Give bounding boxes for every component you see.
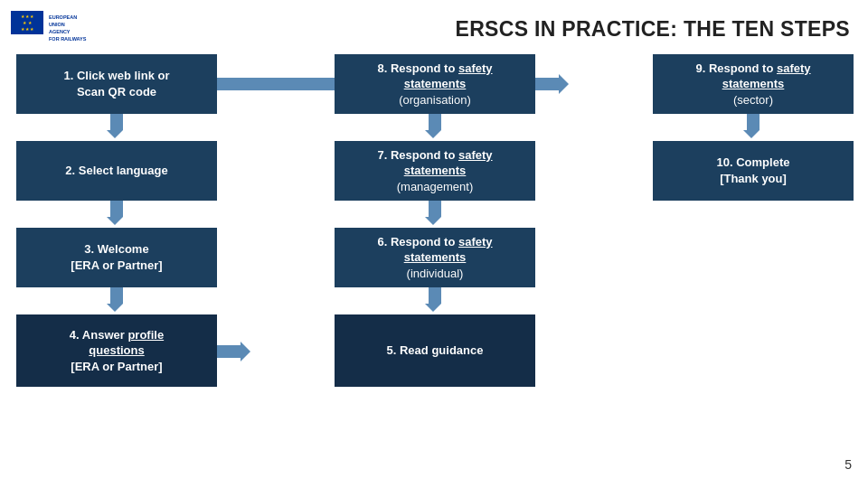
vc2-3: [429, 287, 441, 304]
eu-logo: ★ ★ ★ ★ ★ ★ ★ ★ EUROPEAN UNION AGENCY FO…: [11, 7, 106, 51]
step-2-box: 2. Select language: [16, 141, 217, 201]
step-3-box: 3. Welcome[ERA or Partner]: [16, 228, 217, 287]
vc1-1: [110, 114, 123, 130]
svg-text:FOR RAILWAYS: FOR RAILWAYS: [49, 36, 87, 42]
hc8-9: [535, 78, 559, 90]
svg-text:AGENCY: AGENCY: [49, 29, 71, 34]
arrow-h8: [559, 74, 569, 94]
svg-text:EUROPEAN: EUROPEAN: [49, 14, 77, 20]
step-9-box: 9. Respond to safetystatements(sector): [653, 54, 854, 114]
hc1-8: [217, 78, 335, 90]
logo-area: ★ ★ ★ ★ ★ ★ ★ ★ EUROPEAN UNION AGENCY FO…: [11, 7, 115, 51]
arrow3-1: [743, 130, 760, 138]
arrow2-1: [425, 130, 441, 138]
vc1-3: [110, 287, 123, 304]
svg-text:★ ★ ★: ★ ★ ★: [21, 26, 35, 32]
step-7-box: 7. Respond to safetystatements(managemen…: [335, 141, 535, 201]
step-8-box: 8. Respond to safetystatements(organisat…: [335, 54, 535, 114]
page-title: ERSCS IN PRACTICE: THE TEN STEPS: [115, 17, 850, 42]
svg-text:★   ★: ★ ★: [23, 20, 32, 25]
vc2-1: [429, 114, 441, 130]
arrow1-2: [107, 217, 123, 225]
arrow1-3: [107, 304, 123, 312]
vc3-1: [747, 114, 760, 130]
arrow2-2: [425, 217, 441, 225]
step-10-box: 10. Complete[Thank you]: [653, 141, 854, 201]
page-number: 5: [844, 457, 852, 472]
step-1-box: 1. Click web link orScan QR code: [16, 54, 217, 114]
header: ★ ★ ★ ★ ★ ★ ★ ★ EUROPEAN UNION AGENCY FO…: [0, 0, 868, 54]
vc2-2: [429, 201, 441, 217]
vc1-2: [110, 201, 123, 217]
step-4-box: 4. Answer profilequestions[ERA or Partne…: [16, 314, 217, 387]
arrow1-1: [107, 130, 123, 138]
hc4-5: [217, 345, 241, 358]
step-5-box: 5. Read guidance: [335, 314, 535, 387]
svg-text:★ ★ ★: ★ ★ ★: [21, 14, 35, 19]
svg-text:UNION: UNION: [49, 22, 65, 27]
step-6-box: 6. Respond to safetystatements(individua…: [335, 228, 535, 287]
arrow-h4: [241, 342, 250, 361]
arrow2-3: [425, 304, 441, 312]
